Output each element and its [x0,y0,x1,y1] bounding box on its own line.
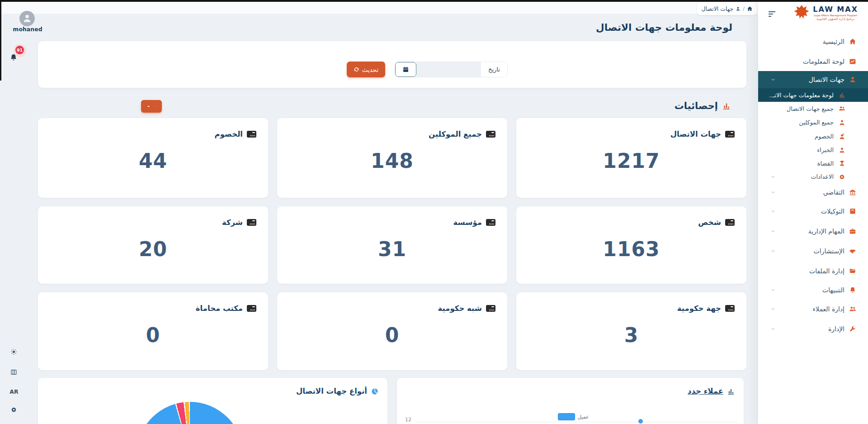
stat-card[interactable]: جهات الاتصال 1217 [516,118,746,198]
stat-card-label: الخصوم [215,130,243,138]
stat-card-value: 44 [50,149,256,172]
sidebar-item-label: جهات الاتصال [809,76,844,83]
sidebar-item-icon [849,76,856,83]
contact-types-chart-card: أنواع جهات الاتصال [38,378,387,424]
sidebar-item-icon [839,173,845,180]
sidebar-item-label: إدارة الملفات [809,267,844,275]
sidebar-item[interactable]: الخبراء [758,143,868,157]
contact-person-icon [736,6,741,11]
sidebar-item-icon [839,160,845,167]
stat-card[interactable]: الخصوم 44 [38,118,268,198]
stat-card-label: مكتب محاماة [196,304,243,313]
stat-card-header: شخص [528,218,735,227]
sidebar-item[interactable]: الخصوم [758,129,868,143]
sidebar-item[interactable]: لوحة المعلومات [758,52,868,71]
sidebar-item[interactable]: الإدارة [758,319,868,339]
window-top-edge [0,0,868,2]
stat-card[interactable]: مؤسسة 31 [277,206,507,284]
calendar-button[interactable] [395,62,416,77]
sidebar-item[interactable]: التنبيهات [758,281,868,299]
stat-card-header: جميع الموكلين [289,130,495,138]
sidebar-item[interactable]: لوحة معلومات جهات الاتـ.. [758,88,868,102]
sidebar-item-label: التوكيلات [821,208,844,215]
sidebar-item-icon [849,305,856,313]
chevron-down-icon [771,175,775,179]
sidebar-item-icon [839,105,845,112]
stat-card-header: شركة [50,218,256,227]
stat-card[interactable]: جميع الموكلين 148 [277,118,507,198]
sidebar-item-label: إدارة العملاء [813,305,845,313]
stat-card-value: 1163 [528,238,735,261]
y-axis-tick: 12 [405,417,411,423]
sidebar-item[interactable]: إدارة العملاء [758,299,868,319]
sidebar-item-icon [849,38,856,45]
refresh-button[interactable]: تحديث [347,62,385,77]
language-toggle[interactable]: AR [9,388,19,395]
brand-emblem-icon [793,4,810,22]
contact-card-icon [486,131,495,138]
new-clients-chart-card: عملاء جدد عميل 12 [397,378,744,424]
sidebar-item[interactable]: جميع الموكلين [758,115,868,129]
donut-chart[interactable] [137,402,243,424]
date-input[interactable] [416,62,481,77]
stat-card[interactable]: شركة 20 [38,206,268,284]
contact-card-icon [725,305,735,312]
sidebar-item-icon [849,189,856,196]
sidebar-item[interactable]: إدارة الملفات [758,261,868,281]
sidebar-item[interactable]: القضاة [758,157,868,170]
breadcrumb[interactable]: / جهات الاتصال [697,2,757,15]
stat-card[interactable]: جهة حكومية 3 [516,292,746,370]
sidebar-item[interactable]: جميع جهات الاتصال [758,102,868,115]
sidebar-item-icon [849,208,856,215]
layout-columns-icon[interactable] [10,369,17,376]
statistics-options-button[interactable] [141,100,162,113]
app-window: mohaned 91 AR / جهات الاتصال لوحة معلوما… [0,0,868,424]
stat-card[interactable]: شبه حكومية 0 [277,292,507,370]
refresh-icon [354,67,359,72]
sidebar-item-icon [839,147,845,153]
sidebar-item[interactable]: جهات الاتصال [758,71,868,88]
line-chart-data-point[interactable] [638,419,643,424]
date-label: تاريخ [481,62,507,77]
stat-card-value: 0 [50,324,256,347]
sidebar-item-label: التقاضي [823,189,844,196]
stat-card-header: جهة حكومية [528,304,735,313]
sidebar-item-label: الرئيسية [823,38,844,45]
stat-card-header: الخصوم [50,130,256,138]
sidebar-item-label: جميع الموكلين [799,119,834,126]
chevron-down-icon [771,327,775,331]
sidebar-item-label: الخصوم [815,133,834,140]
sidebar-item[interactable]: المهام الإدارية [758,221,868,241]
sidebar-item[interactable]: الإستشارات [758,241,868,261]
sidebar-item[interactable]: التوكيلات [758,201,868,221]
stat-card[interactable]: شخص 1163 [516,206,746,284]
sidebar-item-icon [849,58,856,65]
hamburger-menu-icon[interactable] [768,10,777,18]
contact-card-icon [247,305,256,312]
sidebar-item[interactable]: الاعدادات [758,170,868,183]
new-clients-chart-title: عملاء جدد [688,387,723,395]
contact-card-icon [486,305,495,312]
home-icon[interactable] [747,6,753,12]
stat-card-value: 0 [289,324,495,347]
sidebar-item-icon [849,325,856,333]
breadcrumb-current: جهات الاتصال [701,5,733,12]
gridline [416,422,738,422]
caret-down-icon [146,105,151,109]
avatar[interactable] [19,11,35,26]
stat-card-label: شخص [698,218,721,227]
contact-card-icon [247,219,256,226]
stat-card[interactable]: مكتب محاماة 0 [38,292,268,370]
sidebar-item-icon [839,133,845,140]
theme-toggle-sun-icon[interactable] [10,348,17,355]
contact-card-icon [725,219,735,226]
bell-icon[interactable] [9,53,18,62]
sidebar-item-icon [849,248,856,255]
brand-logo[interactable]: LAW MAX Legal Affairs Management Program… [793,4,858,22]
notification-badge: 91 [15,46,24,54]
settings-gear-icon[interactable] [10,406,17,413]
sidebar-item[interactable]: التقاضي [758,183,868,201]
bar-chart-icon [722,101,731,110]
chart-legend[interactable]: عميل [558,413,589,420]
sidebar-item[interactable]: الرئيسية [758,32,868,52]
